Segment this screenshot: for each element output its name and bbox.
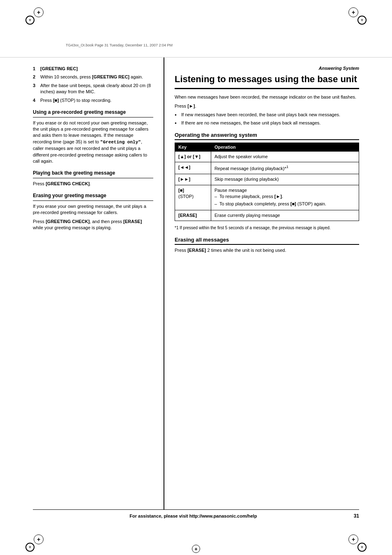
step-text-3: After the base unit beeps, speak clearly… [40, 83, 153, 95]
bottom-center-mark: + [192, 545, 200, 553]
op-skip: Skip message (during playback) [211, 174, 359, 185]
operating-heading: Operating the answering system [175, 132, 359, 140]
intro-text-1: When new messages have been recorded, th… [175, 94, 359, 100]
reg-mark-top-left [34, 7, 44, 17]
erasing-body-1: If you erase your own greeting message, … [33, 203, 153, 216]
reg-mark-bottom-right [348, 534, 358, 544]
erasing-body-2: Press [GREETING CHECK], and then press [… [33, 219, 153, 231]
col-header-operation: Operation [211, 143, 359, 151]
dash-text-2: To stop playback completely, press [■] (… [219, 201, 326, 207]
step-3: 3 After the base unit beeps, speak clear… [33, 83, 153, 95]
table-row-skip: [►►] Skip message (during playback) [175, 174, 359, 185]
main-heading: Listening to messages using the base uni… [175, 74, 359, 89]
step-1: 1 [GREETING REC] [33, 66, 153, 72]
key-skip: [►►] [175, 174, 211, 185]
dash-item-2: – To stop playback completely, press [■]… [214, 201, 355, 207]
operation-table: Key Operation [▲] or [▼] Adjust the spea… [175, 143, 359, 221]
step-4: 4 Press [■] (STOP) to stop recording. [33, 97, 153, 104]
op-erase: Erase currently playing message [211, 210, 359, 221]
table-row-erase: [ERASE] Erase currently playing message [175, 210, 359, 221]
right-column: Answering System Listening to messages u… [164, 58, 359, 509]
op-repeat: Repeat message (during playback)*1 [211, 162, 359, 174]
small-circle-tl: + [25, 16, 35, 25]
content-wrapper: 1 [GREETING REC] 2 Within 10 seconds, pr… [33, 58, 359, 509]
dash-item-1: – To resume playback, press [►]. [214, 193, 355, 200]
step-num-4: 4 [33, 97, 40, 104]
key-stop: [■](STOP) [175, 185, 211, 210]
op-stop: Pause message – To resume playback, pres… [211, 185, 359, 210]
erasing-all-heading: Erasing all messages [175, 237, 359, 245]
playback-heading: Playing back the greeting message [33, 170, 153, 178]
footer-text: For assistance, please visit http://www.… [33, 514, 354, 518]
footer: For assistance, please visit http://www.… [33, 509, 359, 522]
small-circle-br: + [357, 543, 367, 552]
bullet-1: If new messages have been recorded, the … [175, 112, 359, 118]
step-text-2: Within 10 seconds, press [GREETING REC] … [40, 74, 153, 80]
pre-recorded-heading: Using a pre-recorded greeting message [33, 109, 153, 117]
reg-mark-top-right [348, 7, 358, 17]
table-row-repeat: [◄◄] Repeat message (during playback)*1 [175, 162, 359, 174]
step-num-2: 2 [33, 74, 40, 80]
top-area: + + TG43xx_OI.book Page 31 Tuesday, Dece… [0, 0, 392, 58]
footnote: *1 If pressed within the first 5 seconds… [175, 225, 359, 231]
reg-mark-bottom-left [34, 534, 44, 544]
key-erase: [ERASE] [175, 210, 211, 221]
step-text-1: [GREETING REC] [40, 66, 153, 72]
small-circle-tr: + [357, 16, 367, 25]
playback-body: Press [GREETING CHECK]. [33, 181, 153, 187]
footer-page-number: 31 [354, 513, 359, 519]
bullet-2: If there are no new messages, the base u… [175, 120, 359, 126]
bottom-area: + + + [0, 522, 392, 555]
table-row-volume: [▲] or [▼] Adjust the speaker volume [175, 151, 359, 162]
step-num-1: 1 [33, 66, 40, 72]
category-label: Answering System [175, 66, 359, 71]
col-header-key: Key [175, 143, 211, 151]
step-2: 2 Within 10 seconds, press [GREETING REC… [33, 74, 153, 80]
pre-recorded-body: If you erase or do not record your own g… [33, 120, 153, 165]
page: + + TG43xx_OI.book Page 31 Tuesday, Dece… [0, 0, 392, 555]
bullet-list: If new messages have been recorded, the … [175, 112, 359, 126]
file-info: TG43xx_OI.book Page 31 Tuesday, December… [66, 43, 173, 47]
erasing-all-body: Press [ERASE] 2 times while the unit is … [175, 247, 359, 253]
dash-1: – [214, 193, 219, 200]
step-text-4: Press [■] (STOP) to stop recording. [40, 97, 153, 104]
dash-text-1: To resume playback, press [►]. [219, 193, 283, 200]
intro-text-2: Press [►]. [175, 103, 359, 109]
key-repeat: [◄◄] [175, 162, 211, 174]
dash-2: – [214, 201, 219, 207]
table-row-stop: [■](STOP) Pause message – To resume play… [175, 185, 359, 210]
key-volume: [▲] or [▼] [175, 151, 211, 162]
small-circle-bl: + [25, 543, 35, 552]
steps-list: 1 [GREETING REC] 2 Within 10 seconds, pr… [33, 66, 153, 104]
left-column: 1 [GREETING REC] 2 Within 10 seconds, pr… [33, 58, 164, 509]
step-num-3: 3 [33, 83, 40, 95]
erasing-heading: Erasing your greeting message [33, 193, 153, 201]
op-volume: Adjust the speaker volume [211, 151, 359, 162]
